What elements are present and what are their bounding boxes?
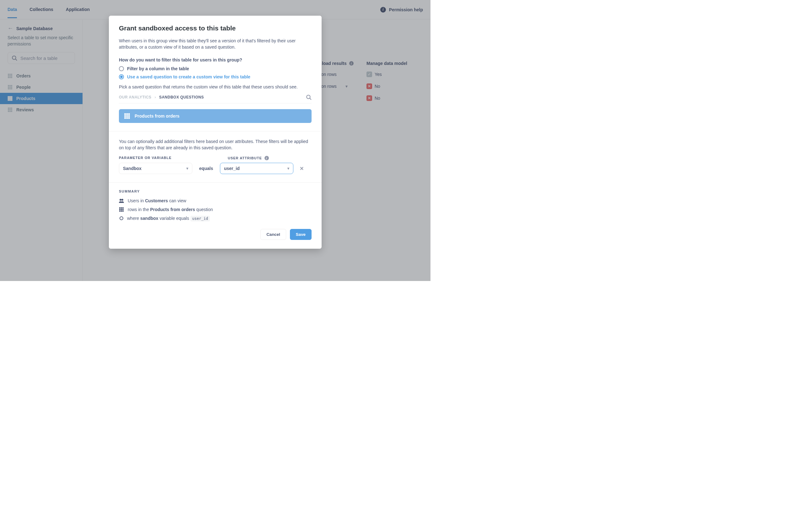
svg-rect-57 xyxy=(119,210,120,212)
svg-rect-47 xyxy=(127,117,128,119)
svg-rect-45 xyxy=(128,115,130,117)
svg-rect-59 xyxy=(122,210,124,212)
svg-rect-40 xyxy=(124,113,126,115)
svg-rect-51 xyxy=(119,207,120,208)
modal-title: Grant sandboxed access to this table xyxy=(119,25,311,32)
save-button[interactable]: Save xyxy=(290,229,311,240)
svg-rect-43 xyxy=(124,115,126,117)
attribute-mapping-row: Sandbox ▾ equals user_id ▾ ✕ xyxy=(119,163,311,174)
divider xyxy=(109,131,322,131)
table-icon xyxy=(119,207,124,212)
summary-row-users: Users in Customers can view xyxy=(119,198,311,203)
summary-row-where: where sandbox variable equals user_id xyxy=(119,216,311,221)
chevron-right-icon: › xyxy=(155,95,156,99)
selected-question[interactable]: Products from orders xyxy=(119,109,311,123)
svg-rect-41 xyxy=(127,113,128,115)
radio-use-saved-question[interactable]: Use a saved question to create a custom … xyxy=(119,74,311,79)
search-icon xyxy=(306,94,311,100)
label-parameter: PARAMETER OR VARIABLE xyxy=(119,156,201,160)
sandbox-modal: Grant sandboxed access to this table Whe… xyxy=(109,16,322,249)
summary-row-rows: rows in the Products from orders questio… xyxy=(119,207,311,212)
divider xyxy=(109,182,322,182)
remove-mapping-button[interactable]: ✕ xyxy=(300,166,304,172)
svg-rect-55 xyxy=(121,209,122,210)
user-attribute-select[interactable]: user_id ▾ xyxy=(220,163,293,174)
svg-rect-48 xyxy=(128,117,130,119)
chevron-down-icon: ▾ xyxy=(287,166,289,171)
svg-rect-58 xyxy=(121,210,122,212)
label-user-attribute: USER ATTRIBUTE i xyxy=(228,156,269,160)
svg-rect-56 xyxy=(122,209,124,210)
optional-filters-text: You can optionally add additional filter… xyxy=(119,138,311,151)
variable-icon xyxy=(119,216,123,220)
info-icon: i xyxy=(264,156,269,160)
summary: SUMMARY Users in Customers can view rows… xyxy=(119,189,311,228)
summary-title: SUMMARY xyxy=(119,189,311,193)
svg-rect-44 xyxy=(127,115,128,117)
picker-search[interactable] xyxy=(306,94,311,100)
svg-point-38 xyxy=(306,95,310,99)
selected-question-label: Products from orders xyxy=(135,114,179,119)
parameter-select[interactable]: Sandbox ▾ xyxy=(119,163,192,174)
svg-point-50 xyxy=(121,199,123,201)
crumb-sandbox-questions[interactable]: SANDBOX QUESTIONS xyxy=(159,95,204,99)
filter-method-label: How do you want to filter this table for… xyxy=(119,57,311,62)
svg-rect-53 xyxy=(122,207,124,208)
pick-question-text: Pick a saved question that returns the c… xyxy=(119,84,311,90)
radio-icon xyxy=(119,66,124,71)
svg-line-39 xyxy=(310,98,311,100)
cancel-button[interactable]: Cancel xyxy=(260,229,286,240)
svg-rect-54 xyxy=(119,209,120,210)
svg-rect-42 xyxy=(128,113,130,115)
svg-point-49 xyxy=(119,199,121,201)
svg-rect-52 xyxy=(121,207,122,208)
equals-text: equals xyxy=(197,166,215,171)
chevron-down-icon: ▾ xyxy=(186,166,188,171)
users-icon xyxy=(119,198,124,203)
modal-overlay[interactable]: Grant sandboxed access to this table Whe… xyxy=(0,0,431,281)
crumb-our-analytics[interactable]: OUR ANALYTICS xyxy=(119,95,151,99)
radio-icon xyxy=(119,74,124,79)
svg-rect-46 xyxy=(124,117,126,119)
table-icon xyxy=(123,112,131,120)
modal-description: When users in this group view this table… xyxy=(119,38,311,50)
question-picker-crumbs: OUR ANALYTICS › SANDBOX QUESTIONS xyxy=(119,94,311,103)
radio-filter-by-column[interactable]: Filter by a column in the table xyxy=(119,66,311,71)
